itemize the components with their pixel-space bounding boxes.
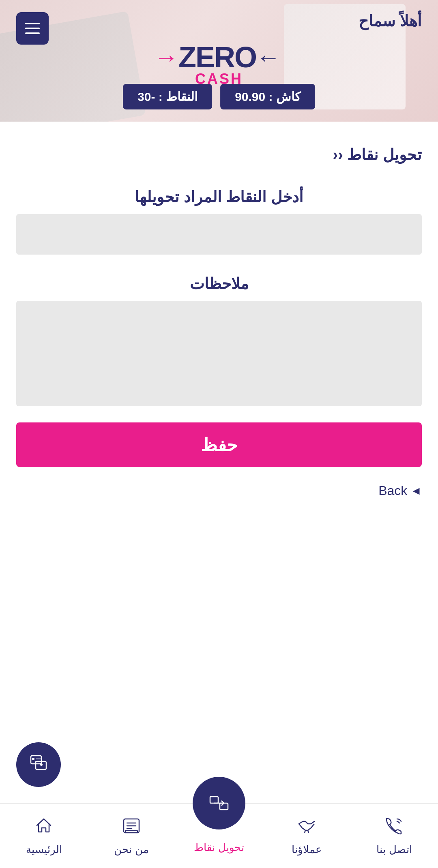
header: أهلاً سماح ← ZERO → CASH كاش : 90.90 الن…: [0, 0, 438, 122]
notes-textarea[interactable]: [16, 301, 422, 406]
notes-label: ملاحظات: [16, 275, 422, 293]
nav-label-about: من نحن: [114, 843, 148, 856]
svg-rect-6: [210, 797, 218, 803]
nav-item-customers[interactable]: عملاؤنا: [263, 812, 350, 860]
nav-item-contact[interactable]: اتصل بنا: [350, 812, 438, 860]
save-button-label: حفظ: [201, 435, 238, 455]
badges-container: كاش : 90.90 النقاط : -30: [123, 84, 315, 109]
bottom-center-circle[interactable]: [193, 777, 245, 829]
nav-label-contact: اتصل بنا: [376, 843, 412, 856]
svg-point-2: [32, 758, 34, 760]
nav-label-transfer: تحويل نقاط: [194, 841, 244, 854]
handshake-icon: [296, 816, 317, 840]
greeting-text: أهلاً سماح: [359, 12, 422, 30]
svg-rect-7: [220, 803, 228, 810]
breadcrumb-text: تحويل نقاط ‹‹: [333, 146, 422, 163]
nav-item-home[interactable]: الرئيسية: [0, 812, 88, 860]
points-input[interactable]: [16, 214, 422, 255]
menu-icon: [25, 28, 40, 29]
points-label: أدخل النقاط المراد تحويلها: [16, 188, 422, 206]
logo-arrow-right: →: [154, 43, 178, 71]
logo-zero-text: ZERO: [178, 41, 256, 74]
nav-label-home: الرئيسية: [26, 843, 62, 856]
logo-arrow-left: ←: [256, 43, 281, 71]
floating-widget-icon: [28, 752, 49, 777]
breadcrumb: تحويل نقاط ‹‹: [16, 146, 422, 164]
nav-label-customers: عملاؤنا: [292, 843, 322, 856]
floating-widget-button[interactable]: [16, 742, 61, 787]
points-section: أدخل النقاط المراد تحويلها: [16, 188, 422, 255]
save-button[interactable]: حفظ: [16, 422, 422, 467]
back-link[interactable]: ◄ Back: [378, 483, 422, 498]
back-arrow-icon: ◄: [410, 484, 422, 497]
phone-icon: [384, 816, 404, 840]
svg-point-3: [40, 763, 43, 766]
svg-rect-13: [125, 830, 137, 833]
home-icon: [34, 816, 54, 840]
info-icon: [121, 816, 142, 840]
logo: ← ZERO →: [154, 41, 284, 74]
points-badge: النقاط : -30: [123, 84, 212, 109]
transfer-circle-icon: [207, 791, 231, 815]
main-content: تحويل نقاط ‹‹ أدخل النقاط المراد تحويلها…: [0, 122, 438, 514]
notes-section: ملاحظات: [16, 275, 422, 406]
nav-item-about[interactable]: من نحن: [88, 812, 175, 860]
logo-container: ← ZERO → CASH: [154, 41, 284, 88]
cash-badge: كاش : 90.90: [220, 84, 315, 109]
menu-button[interactable]: [16, 12, 49, 45]
back-link-text: Back: [378, 483, 407, 498]
